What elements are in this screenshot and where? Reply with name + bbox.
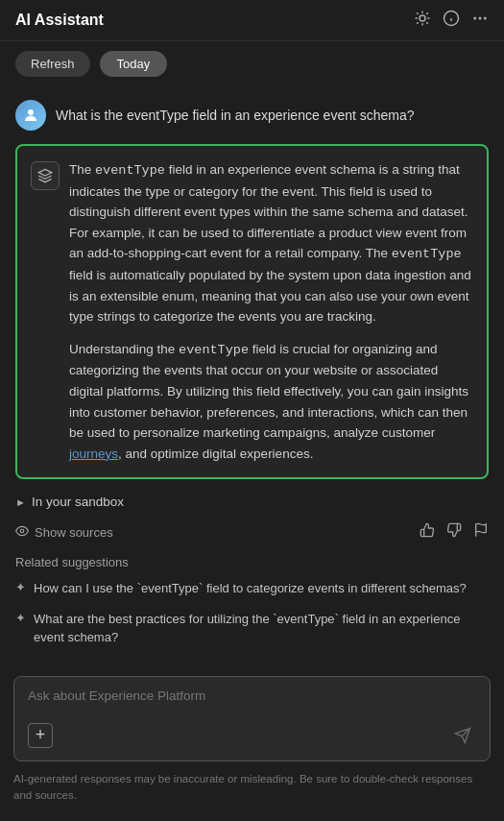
svg-point-15 <box>28 109 34 115</box>
ai-response-block: The eventType field in an experience eve… <box>15 144 489 479</box>
flag-icon[interactable] <box>473 522 489 542</box>
user-message: What is the eventType field in an experi… <box>15 98 489 133</box>
suggestion-text-2: What are the best practices for utilizin… <box>34 610 489 647</box>
disclaimer-text: AI-generated responses may be inaccurate… <box>13 773 472 801</box>
sandbox-section: ► In your sandbox <box>0 491 504 517</box>
refresh-button[interactable]: Refresh <box>15 51 90 77</box>
svg-line-4 <box>426 22 428 24</box>
show-sources-button[interactable]: Show sources <box>15 524 113 541</box>
header: AI Assistant <box>0 0 504 41</box>
thumbs-up-icon[interactable] <box>420 522 435 542</box>
sun-icon[interactable] <box>414 10 431 31</box>
svg-point-0 <box>420 15 425 21</box>
app-title: AI Assistant <box>15 12 104 29</box>
suggestion-text-1: How can I use the `eventType` field to c… <box>34 579 467 598</box>
avatar <box>15 100 46 131</box>
today-button[interactable]: Today <box>100 51 168 77</box>
chevron-right-icon: ► <box>15 496 26 508</box>
star-icon-1: ✦ <box>15 580 26 594</box>
related-title: Related suggestions <box>15 555 489 569</box>
user-message-text: What is the eventType field in an experi… <box>56 100 415 126</box>
header-icons <box>414 10 489 31</box>
input-placeholder[interactable]: Ask about Experience Platform <box>28 688 476 703</box>
ai-paragraph-2: Understanding the eventType field is cru… <box>69 339 473 465</box>
ai-paragraph-1: The eventType field in an experience eve… <box>69 159 473 327</box>
chat-area: What is the eventType field in an experi… <box>0 86 504 491</box>
more-icon[interactable] <box>471 10 489 31</box>
input-area: Ask about Experience Platform + <box>13 676 491 761</box>
svg-line-8 <box>426 12 428 14</box>
send-button[interactable] <box>449 722 476 749</box>
input-toolbar: + <box>28 722 476 749</box>
journeys-link[interactable]: journeys <box>69 447 118 461</box>
sources-row: Show sources <box>0 517 504 547</box>
add-attachment-button[interactable]: + <box>28 723 53 748</box>
related-section: Related suggestions ✦ How can I use the … <box>0 547 504 666</box>
star-icon-2: ✦ <box>15 611 26 625</box>
svg-point-14 <box>484 17 487 20</box>
disclaimer: AI-generated responses may be inaccurate… <box>0 767 504 814</box>
svg-point-12 <box>473 17 476 20</box>
svg-point-13 <box>479 17 482 20</box>
suggestion-item-2[interactable]: ✦ What are the best practices for utiliz… <box>15 610 489 647</box>
show-sources-label: Show sources <box>35 525 113 540</box>
thumbs-down-icon[interactable] <box>446 522 462 542</box>
ai-response-content: The eventType field in an experience eve… <box>69 159 473 464</box>
ai-icon <box>31 161 60 190</box>
sandbox-toggle[interactable]: ► In your sandbox <box>15 495 489 509</box>
toolbar: Refresh Today <box>0 41 504 86</box>
svg-line-7 <box>417 22 419 24</box>
feedback-icons <box>420 522 489 542</box>
suggestion-item-1[interactable]: ✦ How can I use the `eventType` field to… <box>15 579 489 598</box>
svg-line-3 <box>417 12 419 14</box>
eye-icon <box>15 524 29 541</box>
sandbox-label: In your sandbox <box>32 495 124 509</box>
svg-point-16 <box>20 529 24 533</box>
info-icon[interactable] <box>443 10 460 31</box>
